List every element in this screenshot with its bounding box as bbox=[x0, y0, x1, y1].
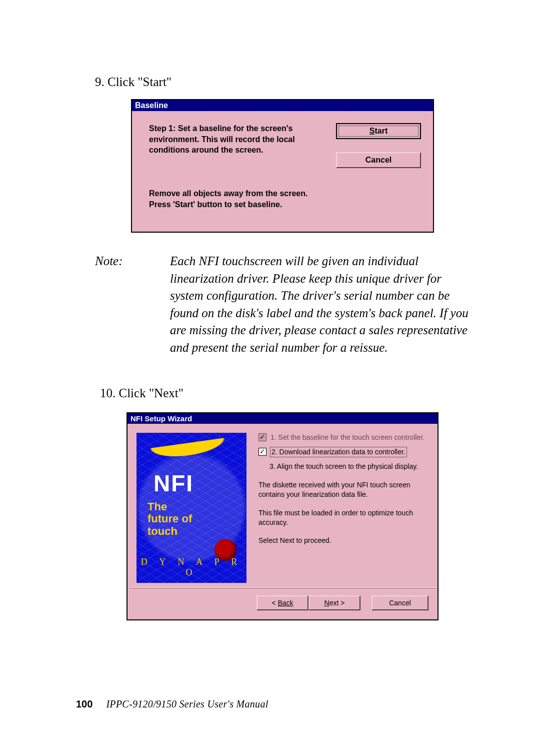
dynapro-brand-text: D Y N A P R O bbox=[136, 557, 246, 578]
wizard-cancel-button[interactable]: Cancel bbox=[372, 595, 428, 610]
wizard-step-1: 1. Set the baseline for the touch screen… bbox=[258, 433, 428, 442]
page-footer: 100 IPPC-9120/9150 Series User's Manual bbox=[76, 698, 268, 710]
wizard-step-3-text: 3. Align the touch screen to the physica… bbox=[270, 462, 418, 471]
baseline-note: Remove all objects away from the screen.… bbox=[132, 173, 433, 232]
baseline-dialog: Baseline Step 1: Set a baseline for the … bbox=[131, 99, 434, 233]
note-text: Each NFI touchscreen will be given an in… bbox=[170, 253, 470, 356]
wizard-titlebar: NFI Setup Wizard bbox=[128, 413, 438, 424]
wizard-paragraph-2: This file must be loaded in order to opt… bbox=[258, 508, 428, 527]
nfi-logo-text: NFI bbox=[154, 473, 194, 495]
back-button[interactable]: < Back bbox=[256, 595, 308, 610]
note-block: Note: Each NFI touchscreen will be given… bbox=[95, 253, 470, 356]
baseline-note-line1: Remove all objects away from the screen. bbox=[149, 188, 421, 199]
nfi-logo-line3: touch bbox=[148, 525, 178, 537]
wizard-paragraph-3: Select Next to proceed. bbox=[258, 536, 428, 545]
wizard-step-1-text: 1. Set the baseline for the touch screen… bbox=[270, 433, 424, 442]
nfi-wizard-dialog: NFI Setup Wizard NFI The future of touch… bbox=[126, 412, 438, 620]
manual-title: IPPC-9120/9150 Series User's Manual bbox=[106, 698, 268, 709]
baseline-step-text: Step 1: Set a baseline for the screen's … bbox=[149, 123, 336, 168]
step-9-instruction: 9. Click "Start" bbox=[95, 75, 470, 89]
wizard-step-3: 3. Align the touch screen to the physica… bbox=[258, 462, 428, 471]
cancel-button[interactable]: Cancel bbox=[336, 152, 421, 168]
baseline-note-line2: Press 'Start' button to set baseline. bbox=[149, 199, 421, 210]
baseline-titlebar: Baseline bbox=[132, 100, 433, 111]
nfi-logo-line1: The bbox=[148, 500, 167, 513]
wizard-step-2-checkbox bbox=[258, 448, 266, 456]
nfi-logo-image: NFI The future of touch D Y N A P R O bbox=[136, 433, 246, 583]
page-number: 100 bbox=[76, 698, 92, 709]
start-button[interactable]: Start bbox=[336, 123, 421, 139]
next-button[interactable]: Next > bbox=[308, 595, 360, 610]
wizard-step-2: 2. Download linearization data to contro… bbox=[258, 447, 428, 457]
wizard-step-1-checkbox bbox=[258, 433, 266, 441]
wizard-step-2-text: 2. Download linearization data to contro… bbox=[270, 447, 406, 457]
note-label: Note: bbox=[95, 253, 170, 356]
wizard-paragraph-1: The diskette received with your NFI touc… bbox=[258, 480, 428, 499]
nfi-logo-line2: future of bbox=[148, 512, 192, 525]
step-10-instruction: 10. Click "Next" bbox=[100, 386, 470, 400]
